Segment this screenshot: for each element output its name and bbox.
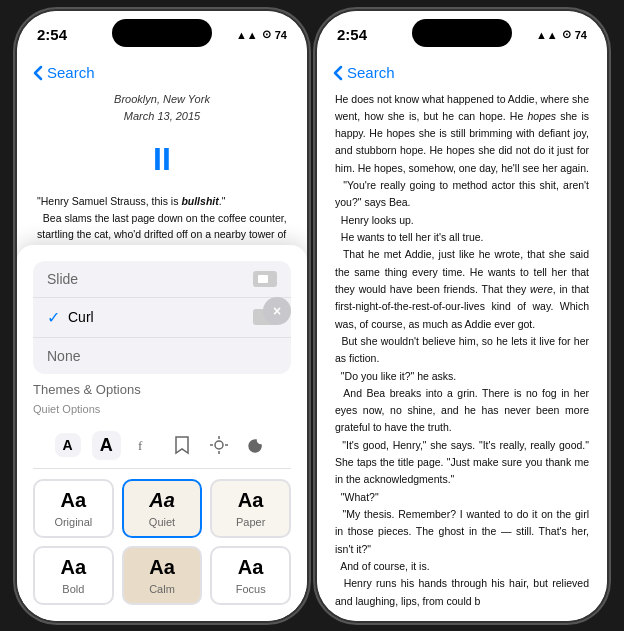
slide-options: Slide ✓ Curl [33, 261, 291, 374]
slide-option-none[interactable]: None [33, 338, 291, 374]
slide-option-slide[interactable]: Slide [33, 261, 291, 298]
font-icon[interactable]: f [132, 432, 158, 458]
chapter-number: II [37, 134, 287, 185]
brightness-icon[interactable] [206, 432, 232, 458]
theme-focus[interactable]: Aa Focus [210, 546, 291, 605]
theme-paper[interactable]: Aa Paper [210, 479, 291, 538]
overlay-panel: Slide ✓ Curl [17, 245, 307, 621]
time-left: 2:54 [37, 26, 67, 43]
reading-toolbar: A A f [33, 423, 291, 469]
nav-bar-right: Search [317, 55, 607, 91]
dynamic-island [112, 19, 212, 47]
svg-rect-1 [258, 275, 268, 283]
theme-grid: Aa Original Aa Quiet Aa Paper Aa Bold [33, 479, 291, 605]
font-large-btn[interactable]: A [92, 431, 121, 460]
theme-bold[interactable]: Aa Bold [33, 546, 114, 605]
theme-quiet[interactable]: Aa Quiet [122, 479, 203, 538]
back-button-left[interactable]: Search [33, 64, 95, 81]
right-book-content: He does not know what happened to Addie,… [317, 91, 607, 611]
dismiss-button[interactable]: × [263, 297, 291, 325]
nav-bar-left: Search [17, 55, 307, 91]
right-book-paragraph: He does not know what happened to Addie,… [335, 91, 589, 611]
themes-sub: Quiet Options [33, 403, 291, 415]
status-icons-left: ▲▲ ⊙ 74 [236, 28, 287, 41]
page-number: 524 [317, 611, 607, 621]
theme-calm[interactable]: Aa Calm [122, 546, 203, 605]
back-button-right[interactable]: Search [333, 64, 395, 81]
svg-point-4 [215, 441, 223, 449]
bookmark-icon[interactable] [169, 432, 195, 458]
theme-original[interactable]: Aa Original [33, 479, 114, 538]
moon-icon[interactable] [243, 432, 269, 458]
right-phone: 2:54 ▲▲ ⊙ 74 Search He doe [317, 11, 607, 621]
slide-icon [253, 271, 277, 287]
left-phone: 2:54 ▲▲ ⊙ 74 Search Brookl [17, 11, 307, 621]
themes-section-title: Themes & Options [33, 382, 291, 397]
slide-option-curl[interactable]: ✓ Curl [33, 298, 291, 338]
book-header: Brooklyn, New York March 13, 2015 [37, 91, 287, 126]
dynamic-island-right [412, 19, 512, 47]
svg-text:f: f [138, 438, 143, 453]
status-icons-right: ▲▲ ⊙ 74 [536, 28, 587, 41]
time-right: 2:54 [337, 26, 367, 43]
font-small-btn[interactable]: A [55, 433, 81, 457]
